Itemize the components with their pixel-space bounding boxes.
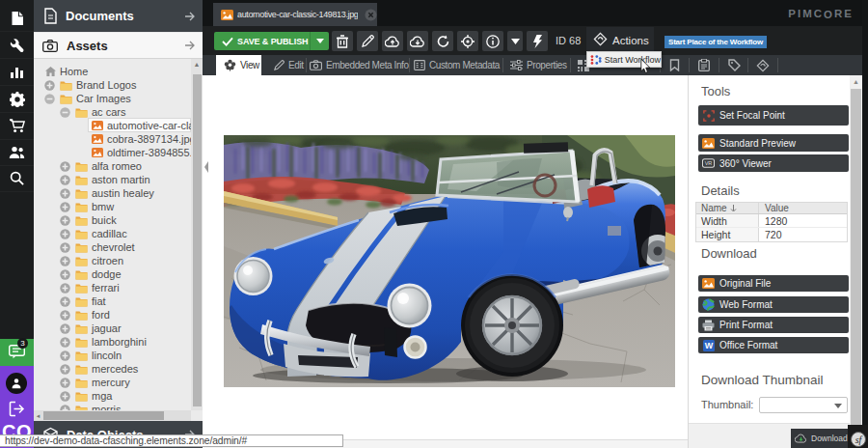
svg-text:W: W [704,341,713,350]
svg-text:VR: VR [705,160,713,166]
